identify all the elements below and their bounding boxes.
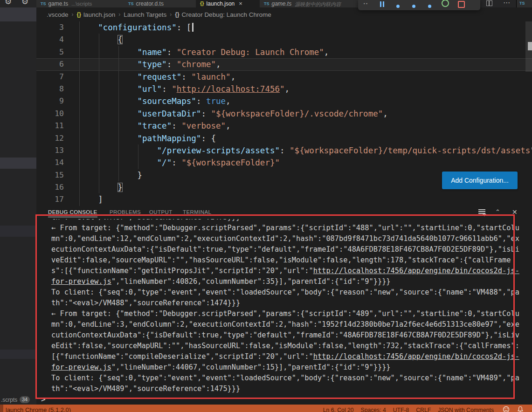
console-link[interactable]: http://localhost:7456/app/engine/bin/coc… xyxy=(313,267,519,275)
debug-toolbar: •• xyxy=(358,0,480,10)
status-left-block xyxy=(0,405,3,412)
sidebar-row[interactable] xyxy=(0,158,36,169)
symbol-braces-icon: {} xyxy=(77,11,81,18)
console-link[interactable]: for-preview.js xyxy=(51,277,111,286)
panel-tab-problems[interactable]: PROBLEMS xyxy=(110,209,141,215)
status-item[interactable]: Ln 6, Col 20 xyxy=(323,407,354,412)
notifications-bell-icon[interactable] xyxy=(517,406,524,412)
tab-game-ts[interactable]: TSgame.ts...\scripts xyxy=(36,0,124,7)
code-link[interactable]: http://localhost:7456 xyxy=(177,84,280,94)
panel-tab-debug-console[interactable]: DEBUG CONSOLE xyxy=(48,209,97,217)
typescript-file-icon: TS xyxy=(128,1,134,6)
debug-console-output[interactable]: th":"<eval>/VM487","sourceReference":147… xyxy=(36,212,532,398)
console-line: ← From target: {"method":"Debugger.scrip… xyxy=(36,223,532,233)
step-over-icon[interactable] xyxy=(390,0,406,10)
tab-label: creator.d.ts xyxy=(136,0,164,7)
breadcrumb-item[interactable]: launch.json xyxy=(83,11,115,18)
console-line: veEdit":false,"sourceMapURL":"","hasSour… xyxy=(36,255,532,266)
gear-launch-icon[interactable]: ⚙ xyxy=(21,0,28,7)
console-line: for-preview.js","lineNumber":40826,"colu… xyxy=(36,276,532,287)
line-number: 8 xyxy=(36,83,64,95)
status-right-items: Ln 6, Col 20Spaces: 4UTF-8CRLFJSON with … xyxy=(323,407,494,412)
restart-icon[interactable] xyxy=(437,0,453,10)
close-tab-icon[interactable]: × xyxy=(239,0,242,7)
console-text: th":"<eval>/VM488","sourceReference":147… xyxy=(51,299,240,307)
status-debug-label[interactable]: launch Chrome (5.1.2.0) xyxy=(6,406,71,412)
close-panel-icon[interactable]: ✕ xyxy=(512,208,518,216)
breadcrumb-item[interactable]: Launch Targets xyxy=(124,11,166,18)
console-text: cutionContextAuxData":{"isDefault":true,… xyxy=(51,331,519,339)
code-text: "request": "launch", xyxy=(78,71,235,83)
editor-line-14: 14 "/": "${workspaceFolder}" xyxy=(36,157,532,169)
overview-ruler-mark xyxy=(528,42,532,50)
code-text: "sourceMaps": true, xyxy=(78,95,231,107)
code-text: "/preview-scripts/assets": "${workspaceF… xyxy=(78,144,532,157)
stop-icon[interactable] xyxy=(453,0,469,10)
console-text: veEdit":false,"sourceMapURL":"","hasSour… xyxy=(51,256,511,264)
bottom-panel: DEBUG CONSOLEPROBLEMSOUTPUTTERMINAL ⌃ ✕ … xyxy=(36,207,532,405)
console-line: s":[{"functionName":"getInitPropsJit","s… xyxy=(36,266,532,276)
console-line: ecutionContextAuxData":{"isDefault":true… xyxy=(36,244,532,255)
line-number: 13 xyxy=(36,144,64,157)
editor-actions: ⋯ TS xyxy=(481,0,532,7)
editor-line-17: 17 ] xyxy=(36,193,532,206)
chevron-up-icon[interactable]: ⌃ xyxy=(495,208,500,215)
sidebar-row-selected[interactable] xyxy=(0,7,36,21)
console-text: ","lineNumber":40826,"columnNumber":35}]… xyxy=(111,277,391,286)
vscode-window: ⚙ ⚙ .scrpts 34 TSgame.ts...\scriptsTScre… xyxy=(0,0,532,412)
status-item[interactable]: UTF-8 xyxy=(393,407,409,412)
console-text: mn":0,"endLine":3,"endColumn":2,"executi… xyxy=(51,320,519,329)
editor-line-8: 8 "url": "http://localhost:7456", xyxy=(36,83,532,95)
symbol-braces-icon: {} xyxy=(175,11,179,18)
feedback-smiley-icon[interactable] xyxy=(503,406,510,412)
editor-line-12: 12 "pathMapping": { xyxy=(36,132,532,144)
console-line: th":"<eval>/VM489","sourceReference":147… xyxy=(36,384,532,394)
status-item[interactable]: Spaces: 4 xyxy=(361,407,386,412)
add-configuration-button[interactable]: Add Configuration... xyxy=(442,172,518,189)
step-out-icon[interactable] xyxy=(421,0,437,10)
status-bar: launch Chrome (5.1.2.0) Ln 6, Col 20Spac… xyxy=(0,405,532,412)
console-line: for-preview.js","lineNumber":44067,"colu… xyxy=(36,362,532,373)
sidebar-row[interactable] xyxy=(0,350,36,359)
console-link[interactable]: http://localhost:7456/app/engine/bin/coc… xyxy=(313,352,519,361)
code-text: "userDataDir": "${workspaceFolder}/.vsco… xyxy=(78,108,388,120)
console-text: eEdit":false,"sourceMapURL":"","hasSourc… xyxy=(51,342,519,350)
more-actions-icon[interactable]: ⋯ xyxy=(503,0,511,7)
console-text: mn":0,"endLine":12,"endColumn":2,"execut… xyxy=(51,234,519,243)
gear-icon[interactable]: ⚙ xyxy=(5,0,12,7)
line-number: 14 xyxy=(36,157,64,169)
console-input-prompt[interactable]: > xyxy=(41,395,46,404)
pause-icon[interactable] xyxy=(374,0,390,10)
sidebar-row[interactable] xyxy=(0,226,36,237)
breadcrumb-separator-icon: › xyxy=(72,11,74,18)
panel-header: DEBUG CONSOLEPROBLEMSOUTPUTTERMINAL ⌃ ✕ xyxy=(36,207,532,219)
code-text: "name": "Creator Debug: Launch Chrome", xyxy=(78,46,329,58)
text-cursor xyxy=(192,23,193,32)
sidebar-item-label: .scrpts xyxy=(1,397,17,403)
line-number: 7 xyxy=(36,71,64,83)
panel-tab-terminal[interactable]: TERMINAL xyxy=(183,209,211,215)
line-number: 9 xyxy=(36,95,64,107)
console-link[interactable]: for-preview.js xyxy=(51,363,111,371)
breadcrumb-separator-icon: › xyxy=(118,11,120,18)
line-number: 17 xyxy=(36,193,64,206)
line-number: 6 xyxy=(36,58,64,70)
breadcrumb-item[interactable]: .vscode xyxy=(47,11,69,18)
filter-icon[interactable] xyxy=(478,208,485,215)
step-into-icon[interactable] xyxy=(406,0,421,10)
status-item[interactable]: CRLF xyxy=(416,407,431,412)
code-text: } xyxy=(78,169,142,181)
breadcrumb-item[interactable]: Creator Debug: Launch Chrome xyxy=(182,11,271,18)
tab-launch-json[interactable]: {}launch.json× xyxy=(196,0,260,7)
split-editor-icon[interactable] xyxy=(486,0,492,6)
tab-creator-d-ts[interactable]: TScreator.d.ts xyxy=(124,0,196,7)
tab-partial[interactable]: TS xyxy=(516,0,532,7)
editor-line-4: 4 { xyxy=(36,34,532,46)
status-item[interactable]: JSON with Comments xyxy=(438,407,494,412)
line-number: 16 xyxy=(36,181,64,193)
sidebar-item-scripts[interactable]: .scrpts 34 xyxy=(0,396,36,405)
tab-game-ts[interactable]: TSgame.ts源映射中的内联内容 xyxy=(260,0,373,7)
line-number: 12 xyxy=(36,132,64,144)
code-text: "trace": "verbose", xyxy=(78,120,231,132)
panel-tab-output[interactable]: OUTPUT xyxy=(149,209,173,215)
